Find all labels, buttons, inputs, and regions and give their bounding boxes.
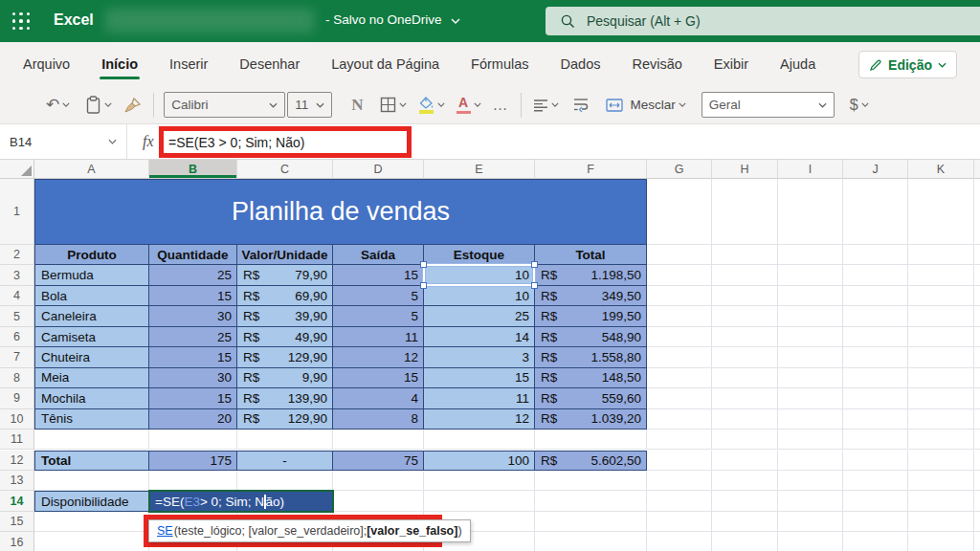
number-format-select[interactable]: Geral [702, 92, 835, 118]
cell-F3[interactable]: R$1.198,50 [535, 265, 647, 285]
cell-H10[interactable] [712, 409, 778, 430]
cell-K3[interactable] [908, 265, 974, 285]
col-header-J[interactable]: J [843, 160, 908, 179]
cell-A16[interactable] [34, 532, 149, 551]
cell-D8[interactable]: 15 [333, 368, 424, 388]
cell-G11[interactable] [647, 430, 712, 450]
cell-I12[interactable] [778, 451, 843, 471]
cell-G1[interactable] [647, 179, 712, 245]
header-cell-Estoque[interactable]: Estoque [424, 245, 535, 265]
cell-H14[interactable] [712, 491, 778, 511]
cell-I4[interactable] [778, 286, 843, 306]
workbook-name-redacted[interactable] [105, 9, 314, 33]
cell-G14[interactable] [647, 491, 712, 511]
col-header-G[interactable]: G [647, 160, 712, 179]
col-header-C[interactable]: C [237, 160, 333, 179]
cell-F13[interactable] [535, 471, 647, 491]
cell-J4[interactable] [843, 286, 908, 306]
cell-B8[interactable]: 30 [149, 368, 237, 388]
cell-B12[interactable]: 175 [149, 451, 237, 471]
cell-H3[interactable] [712, 265, 778, 285]
select-all-corner[interactable] [0, 160, 34, 179]
cell-F10[interactable]: R$1.039,20 [535, 409, 647, 430]
header-cell-Produto[interactable]: Produto [34, 245, 149, 265]
row-header-1[interactable]: 1 [0, 179, 34, 245]
tab-inserir[interactable]: Inserir [167, 51, 210, 77]
cell-G16[interactable] [647, 532, 712, 551]
cell-C12[interactable]: - [237, 451, 333, 471]
cell-E7[interactable]: 3 [424, 347, 535, 367]
cell-F8[interactable]: R$148,50 [535, 368, 647, 388]
cell-J3[interactable] [843, 265, 908, 285]
cell-K11[interactable] [908, 430, 974, 450]
cell-A7[interactable]: Chuteira [34, 347, 149, 367]
cell-A14[interactable]: Disponibilidade [34, 491, 149, 511]
cell-J11[interactable] [843, 430, 908, 450]
cell-G9[interactable] [647, 388, 712, 408]
cell-G10[interactable] [647, 409, 712, 430]
cell-H6[interactable] [712, 327, 778, 347]
paste-button[interactable] [85, 96, 112, 115]
cell-G3[interactable] [647, 265, 712, 285]
cell-D14[interactable] [333, 491, 424, 511]
cell-K6[interactable] [908, 327, 974, 347]
tab-desenhar[interactable]: Desenhar [237, 51, 301, 77]
cell-G5[interactable] [647, 306, 712, 326]
cell-D6[interactable]: 11 [333, 327, 424, 347]
cell-K2[interactable] [908, 245, 974, 265]
row-header-7[interactable]: 7 [0, 347, 34, 367]
formula-input[interactable]: =SE(E3 > 0; Sim; Não) [164, 135, 304, 150]
tab-arquivo[interactable]: Arquivo [21, 51, 72, 77]
cell-A11[interactable] [34, 430, 149, 450]
cell-E5[interactable]: 25 [424, 306, 535, 326]
cell-K13[interactable] [908, 471, 974, 491]
row-header-8[interactable]: 8 [0, 368, 34, 388]
cell-K5[interactable] [908, 306, 974, 326]
col-header-B[interactable]: B [149, 160, 237, 179]
bold-button[interactable]: N [351, 96, 363, 115]
cell-K9[interactable] [908, 388, 974, 408]
cell-D3[interactable]: 15 [333, 265, 424, 285]
cell-G15[interactable] [647, 512, 712, 532]
cell-A4[interactable]: Bola [34, 286, 149, 306]
cell-D11[interactable] [333, 430, 424, 450]
col-header-I[interactable]: I [778, 160, 843, 179]
cell-F12[interactable]: R$5.602,50 [535, 451, 647, 471]
cell-D4[interactable]: 5 [333, 286, 424, 306]
cell-I11[interactable] [778, 430, 843, 450]
tab-dados[interactable]: Dados [559, 51, 603, 77]
row-header-6[interactable]: 6 [0, 327, 34, 347]
row-header-2[interactable]: 2 [0, 245, 34, 265]
cell-F4[interactable]: R$349,50 [535, 286, 647, 306]
font-color-button[interactable]: A [457, 96, 481, 114]
cell-D9[interactable]: 4 [333, 388, 424, 408]
cell-J9[interactable] [843, 388, 908, 408]
cell-A10[interactable]: Tênis [34, 409, 149, 430]
format-painter-button[interactable] [123, 97, 142, 114]
cell-J6[interactable] [843, 327, 908, 347]
cell-B7[interactable]: 15 [149, 347, 237, 367]
cell-A15[interactable] [34, 512, 149, 532]
cell-H12[interactable] [712, 451, 778, 471]
cell-B13[interactable] [149, 471, 237, 491]
cell-D10[interactable]: 8 [333, 409, 424, 430]
tab-formulas[interactable]: Fórmulas [469, 51, 530, 77]
header-cell-Saída[interactable]: Saída [333, 245, 424, 265]
row-header-4[interactable]: 4 [0, 286, 34, 306]
cell-J15[interactable] [843, 512, 908, 532]
cell-A3[interactable]: Bermuda [34, 265, 149, 285]
row-header-13[interactable]: 13 [0, 471, 34, 491]
cell-J10[interactable] [843, 409, 908, 430]
cell-H16[interactable] [712, 532, 778, 551]
cell-G4[interactable] [647, 286, 712, 306]
currency-format-button[interactable]: $ [850, 97, 869, 114]
cell-I5[interactable] [778, 306, 843, 326]
cell-B10[interactable]: 20 [149, 409, 237, 430]
cell-H2[interactable] [712, 245, 778, 265]
cell-G13[interactable] [647, 471, 712, 491]
cell-G6[interactable] [647, 327, 712, 347]
cell-E12[interactable]: 100 [424, 451, 535, 471]
undo-button[interactable]: ↶ [46, 97, 70, 113]
cell-I3[interactable] [778, 265, 843, 285]
cell-I8[interactable] [778, 368, 843, 388]
